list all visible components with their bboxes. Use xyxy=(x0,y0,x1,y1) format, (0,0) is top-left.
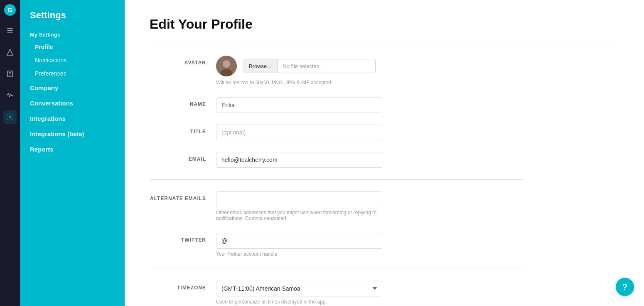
help-button[interactable]: ? xyxy=(616,278,634,296)
name-field xyxy=(216,97,524,113)
app-logo[interactable]: G xyxy=(4,4,16,16)
file-name-label: No file selected. xyxy=(278,63,326,69)
twitter-label: TWITTER xyxy=(150,233,216,243)
sidebar-item-preferences[interactable]: Preferences xyxy=(20,67,125,80)
title-row: TITLE xyxy=(150,125,524,140)
timezone-field: (GMT-11:00) American Samoa (GMT-10:00) H… xyxy=(216,281,524,305)
twitter-input[interactable] xyxy=(216,233,382,249)
title-field xyxy=(216,125,524,140)
page-title: Edit Your Profile xyxy=(150,17,619,32)
section-divider-1 xyxy=(150,179,524,180)
timezone-hint: Used to personalize all times displayed … xyxy=(216,299,382,305)
email-row: EMAIL xyxy=(150,152,524,168)
name-row: NAME xyxy=(150,97,524,113)
avatar-input-row: Browse... No file selected. xyxy=(216,56,524,76)
email-input[interactable] xyxy=(216,152,382,168)
alternate-emails-field: Other email addresses that you might use… xyxy=(216,191,524,221)
avatar-label: AVATAR xyxy=(150,56,216,66)
settings-icon[interactable] xyxy=(3,110,17,124)
avatar xyxy=(216,56,237,76)
alternate-emails-label: ALTERNATE EMAILS xyxy=(150,191,216,201)
avatar-field: Browse... No file selected. Will be resi… xyxy=(216,56,524,86)
sidebar-item-integrations[interactable]: Integrations xyxy=(20,111,125,126)
email-field xyxy=(216,152,524,168)
avatar-row: AVATAR Browse... No file selected. xyxy=(150,56,524,86)
svg-point-6 xyxy=(223,60,230,68)
alternate-emails-hint: Other email addresses that you might use… xyxy=(216,210,382,221)
main-content: Edit Your Profile AVATAR Browse... xyxy=(125,0,644,306)
sidebar-item-integrations-beta[interactable]: Integrations (beta) xyxy=(20,126,125,142)
twitter-field: Your Twitter account handle xyxy=(216,233,524,257)
sidebar-item-reports[interactable]: Reports xyxy=(20,142,125,157)
sidebar: Settings My Settings Profile Notificatio… xyxy=(20,0,125,306)
browse-button[interactable]: Browse... xyxy=(243,59,278,73)
analytics-icon[interactable] xyxy=(3,46,17,59)
timezone-label: TIMEZONE xyxy=(150,281,216,291)
sidebar-item-company[interactable]: Company xyxy=(20,80,125,95)
name-label: NAME xyxy=(150,97,216,107)
sidebar-item-notifications[interactable]: Notifications xyxy=(20,54,125,67)
sidebar-item-profile[interactable]: Profile xyxy=(20,40,125,54)
name-input[interactable] xyxy=(216,97,382,113)
document-icon[interactable] xyxy=(3,67,17,81)
my-settings-section: My Settings xyxy=(20,27,125,40)
profile-form: AVATAR Browse... No file selected. xyxy=(150,56,524,305)
twitter-hint: Your Twitter account handle xyxy=(216,251,382,257)
menu-icon[interactable]: ☰ xyxy=(3,24,17,37)
title-input[interactable] xyxy=(216,125,382,140)
title-divider xyxy=(150,42,619,42)
section-divider-2 xyxy=(150,269,524,269)
twitter-row: TWITTER Your Twitter account handle xyxy=(150,233,524,257)
icon-rail: G ☰ xyxy=(0,0,20,306)
file-input-wrapper: Browse... No file selected. xyxy=(243,59,376,73)
email-label: EMAIL xyxy=(150,152,216,162)
timezone-select[interactable]: (GMT-11:00) American Samoa (GMT-10:00) H… xyxy=(216,281,382,296)
sidebar-item-conversations[interactable]: Conversations xyxy=(20,95,125,111)
alternate-emails-row: ALTERNATE EMAILS Other email addresses t… xyxy=(150,191,524,221)
sidebar-title: Settings xyxy=(20,7,125,27)
title-label: TITLE xyxy=(150,125,216,135)
activity-icon[interactable] xyxy=(3,89,17,102)
timezone-row: TIMEZONE (GMT-11:00) American Samoa (GMT… xyxy=(150,281,524,305)
avatar-hint: Will be resized to 50x50. PNG, JPG & GIF… xyxy=(216,80,524,86)
alternate-emails-input[interactable] xyxy=(216,191,382,207)
svg-point-4 xyxy=(9,116,11,118)
